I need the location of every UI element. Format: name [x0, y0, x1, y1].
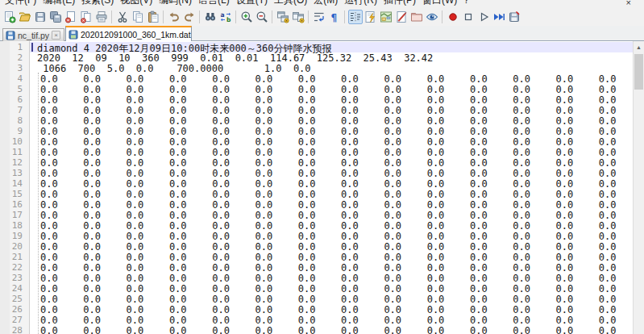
data-cell: 0.0: [384, 189, 426, 200]
cut-button[interactable]: [115, 10, 130, 24]
menu-item-f[interactable]: 文件(F): [2, 0, 39, 7]
folder-as-workspace-button[interactable]: [409, 10, 424, 24]
editor-line-13[interactable]: 0.00.00.00.00.00.00.00.00.00.00.00.00.00…: [30, 168, 633, 178]
menu-item-w[interactable]: 窗口(W): [419, 0, 460, 7]
editor-line-10[interactable]: 0.00.00.00.00.00.00.00.00.00.00.00.00.00…: [30, 136, 633, 147]
editor-line-21[interactable]: 0.00.00.00.00.00.00.00.00.00.00.00.00.00…: [30, 252, 633, 262]
data-cell: 0.0: [513, 157, 555, 169]
copy-button[interactable]: [131, 10, 145, 24]
vertical-scrollbar[interactable]: ▲: [633, 41, 644, 334]
editor-line-24[interactable]: 0.00.00.00.00.00.00.00.00.00.00.00.00.00…: [30, 283, 633, 294]
data-cell: 0.0: [298, 199, 341, 211]
menu-item-v[interactable]: 视图(V): [117, 0, 156, 7]
close-button[interactable]: [64, 10, 78, 24]
editor-line-1[interactable]: diamond 4 2020年12月09日10:00时未来000～360分钟降水…: [30, 42, 633, 52]
editor-line-9[interactable]: 0.00.00.00.00.00.00.00.00.00.00.00.00.00…: [30, 126, 633, 136]
editor-line-20[interactable]: 0.00.00.00.00.00.00.00.00.00.00.00.00.00…: [30, 241, 633, 252]
data-cell: 0.0: [127, 304, 169, 315]
menu-item-t[interactable]: 设置(T): [233, 0, 271, 7]
data-cell: 0.0: [255, 168, 297, 179]
editor-line-18[interactable]: 0.00.00.00.00.00.00.00.00.00.00.00.00.00…: [30, 220, 633, 231]
editor-line-16[interactable]: 0.00.00.00.00.00.00.00.00.00.00.00.00.00…: [30, 199, 633, 210]
open-file-button[interactable]: [18, 10, 32, 24]
close-tab-icon[interactable]: ×: [52, 31, 60, 40]
menu-item-n[interactable]: 编码(N): [156, 0, 195, 7]
data-cell: 0.0: [169, 84, 212, 95]
tab-nc-tif-py[interactable]: nc_tif.py ×: [2, 28, 64, 41]
macro-record-button[interactable]: [446, 10, 460, 24]
editor[interactable]: 1234567891011121314151617181920212223242…: [0, 41, 644, 334]
menu-item-s[interactable]: 搜索(S): [78, 0, 117, 7]
menu-item-help[interactable]: ?: [460, 0, 472, 7]
data-cell: 0.0: [83, 315, 126, 326]
data-cell: 0.0: [470, 283, 513, 294]
data-cell: 0.0: [427, 210, 470, 221]
editor-line-7[interactable]: 0.00.00.00.00.00.00.00.00.00.00.00.00.00…: [30, 105, 633, 115]
new-file-button[interactable]: [2, 10, 17, 24]
menu-item-r[interactable]: 运行(R): [341, 0, 380, 7]
show-all-characters-button[interactable]: ¶: [327, 10, 342, 24]
sync-scroll-vertical-button[interactable]: [276, 10, 290, 24]
document-map-button[interactable]: [379, 10, 393, 24]
data-cell: 0.0: [470, 220, 513, 232]
macro-play-button[interactable]: [476, 10, 491, 24]
zoom-in-button[interactable]: [239, 10, 254, 24]
editor-line-23[interactable]: 0.00.00.00.00.00.00.00.00.00.00.00.00.00…: [30, 273, 633, 283]
editor-line-19[interactable]: 0.00.00.00.00.00.00.00.00.00.00.00.00.00…: [30, 231, 633, 241]
word-wrap-button[interactable]: [312, 10, 326, 24]
data-cell: 0.0: [83, 294, 126, 305]
data-cell: 0.0: [169, 262, 212, 273]
editor-line-5[interactable]: 0.00.00.00.00.00.00.00.00.00.00.00.00.00…: [30, 84, 633, 94]
menu-item-o[interactable]: 工具(O): [271, 0, 310, 7]
close-all-button[interactable]: [79, 10, 93, 24]
save-button[interactable]: [33, 10, 48, 24]
close-window-icon[interactable]: ×: [626, 0, 631, 7]
edit-marker-button[interactable]: [394, 10, 409, 24]
menu-item-e[interactable]: 编辑(E): [39, 0, 78, 7]
print-button[interactable]: [94, 10, 109, 24]
editor-line-25[interactable]: 0.00.00.00.00.00.00.00.00.00.00.00.00.00…: [30, 294, 633, 304]
zoom-out-button[interactable]: [255, 10, 269, 24]
data-cell: 0.0: [513, 294, 555, 305]
data-cell: 0.0: [40, 315, 83, 326]
editor-line-22[interactable]: 0.00.00.00.00.00.00.00.00.00.00.00.00.00…: [30, 262, 633, 273]
editor-line-4[interactable]: 0.00.00.00.00.00.00.00.00.00.00.00.00.00…: [30, 73, 633, 84]
replace-button[interactable]: ab: [218, 10, 233, 24]
menu-item-l[interactable]: 语言(L): [195, 0, 233, 7]
tab-dat-file[interactable]: 202012091000_360_1km.dat ×: [65, 26, 192, 41]
editor-line-11[interactable]: 0.00.00.00.00.00.00.00.00.00.00.00.00.00…: [30, 147, 633, 157]
macro-stop-button[interactable]: [461, 10, 476, 24]
data-cell: 0.0: [341, 304, 384, 315]
editor-line-8[interactable]: 0.00.00.00.00.00.00.00.00.00.00.00.00.00…: [30, 115, 633, 126]
monitoring-button[interactable]: [425, 10, 439, 24]
line-number-margin[interactable]: 1234567891011121314151617181920212223242…: [0, 41, 30, 334]
redo-button[interactable]: [182, 10, 197, 24]
editor-line-26[interactable]: 0.00.00.00.00.00.00.00.00.00.00.00.00.00…: [30, 304, 633, 315]
find-button[interactable]: [203, 10, 218, 24]
macro-run-multiple-button[interactable]: [492, 10, 506, 24]
indent-guide-button[interactable]: [348, 10, 363, 24]
scrollbar-thumb[interactable]: [634, 54, 643, 90]
editor-line-14[interactable]: 0.00.00.00.00.00.00.00.00.00.00.00.00.00…: [30, 178, 633, 189]
editor-line-3[interactable]: 1066 700 5.0 0.0 700.0000 1.0 0.0: [30, 63, 633, 73]
save-all-button[interactable]: [48, 10, 63, 24]
editor-line-28[interactable]: 0.00.00.00.00.00.00.00.00.00.00.00.00.00…: [30, 325, 633, 334]
function-list-button[interactable]: [364, 10, 378, 24]
paste-button[interactable]: [146, 10, 160, 24]
data-cell: 0.0: [427, 294, 470, 305]
editor-line-17[interactable]: 0.00.00.00.00.00.00.00.00.00.00.00.00.00…: [30, 210, 633, 220]
editor-line-12[interactable]: 0.00.00.00.00.00.00.00.00.00.00.00.00.00…: [30, 157, 633, 168]
editor-line-27[interactable]: 0.00.00.00.00.00.00.00.00.00.00.00.00.00…: [30, 315, 633, 325]
sync-scroll-horizontal-button[interactable]: [291, 10, 305, 24]
editor-line-6[interactable]: 0.00.00.00.00.00.00.00.00.00.00.00.00.00…: [30, 94, 633, 105]
data-cell: 0.0: [169, 178, 212, 190]
text-area[interactable]: diamond 4 2020年12月09日10:00时未来000～360分钟降水…: [30, 42, 633, 334]
undo-button[interactable]: [167, 10, 181, 24]
data-cell: 0.0: [556, 157, 599, 169]
menu-item-p[interactable]: 插件(P): [380, 0, 419, 7]
scroll-up-arrow[interactable]: ▲: [634, 41, 644, 53]
macro-save-button[interactable]: [507, 10, 521, 24]
data-cell: 0.0: [127, 126, 169, 137]
menu-item-m[interactable]: 宏(M): [310, 0, 341, 7]
editor-line-15[interactable]: 0.00.00.00.00.00.00.00.00.00.00.00.00.00…: [30, 189, 633, 199]
